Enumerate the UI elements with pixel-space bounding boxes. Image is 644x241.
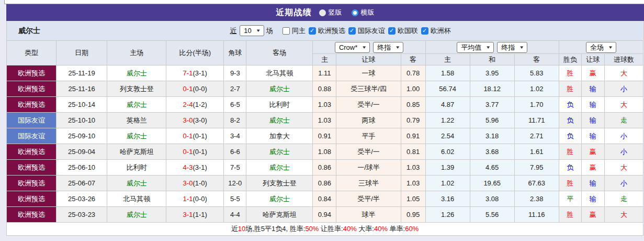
avg-away-cell: 5.83 [514, 65, 559, 81]
avg-draw-cell: 5.96 [470, 113, 514, 128]
corner-cell: 8-2 [224, 113, 246, 128]
home-odds-cell: 1.03 [313, 97, 336, 113]
comp-label-0: 欧洲预选 [318, 26, 345, 36]
home-odds-cell: 0.88 [313, 81, 336, 97]
away-odds-cell: 0.91 [401, 128, 425, 144]
away-team-cell: 哈萨克斯坦 [246, 207, 313, 223]
comp-label-2: 欧国联 [398, 26, 418, 36]
date-cell: 25-09-10 [57, 128, 107, 144]
score-cell: 7-1(3-1) [166, 65, 224, 81]
score-cell: 4-3(3-1) [166, 160, 224, 176]
checkbox-comp-2[interactable]: ✓ [388, 27, 396, 35]
summary-part: 40% [374, 225, 388, 233]
handicap-result-cell: 赢 [581, 160, 604, 176]
date-cell: 25-03-26 [57, 191, 107, 207]
match-row: 国际友谊 25-09-10 威尔士 0-1(0-1) 3-4 加拿大 0.91 … [7, 128, 643, 144]
avg-home-cell: 56.74 [425, 81, 470, 97]
type-badge: 欧洲预选 [7, 176, 57, 191]
type-badge: 欧洲预选 [7, 65, 57, 81]
avg-home-cell: 4.87 [425, 97, 470, 113]
summary-part: 单率: [388, 225, 405, 233]
avg-away-cell: 1.61 [514, 144, 559, 160]
scope-select[interactable]: 全场 ▼ [586, 42, 616, 53]
type-badge: 欧洲预选 [7, 160, 57, 176]
home-team-cell: 哈萨克斯坦 [107, 144, 166, 160]
chevron-down-icon: ▼ [256, 28, 261, 34]
match-row: 国际友谊 25-10-10 英格兰 3-0(3-0) 8-2 威尔士 1.03 … [7, 113, 643, 128]
home-team-cell: 威尔士 [107, 176, 166, 191]
layout-radio-group: 竖版 横版 [319, 8, 375, 17]
avg-draw-cell: 3.18 [470, 128, 514, 144]
date-cell: 25-06-10 [57, 160, 107, 176]
match-row: 欧洲预选 25-10-14 威尔士 2-4(1-2) 6-5 比利时 1.03 … [7, 97, 643, 113]
score-cell: 0-1(0-1) [166, 128, 224, 144]
goals-cell: 大 [604, 207, 643, 223]
handicap-cell: 一/球半 [336, 160, 401, 176]
chevron-down-icon: ▼ [519, 44, 524, 50]
checkbox-same-home[interactable] [283, 27, 290, 35]
summary-part: 10 [238, 225, 245, 233]
panel-header: 近期战绩 竖版 横版 [6, 4, 644, 21]
bookmaker-select[interactable]: Crow* ▼ [335, 42, 370, 53]
average-select[interactable]: 平均值 ▼ [457, 42, 494, 53]
checkbox-comp-1[interactable]: ✓ [348, 27, 356, 35]
match-row: 欧洲预选 25-06-07 威尔士 3-0(1-0) 12-0 列支敦士登 0.… [7, 176, 643, 191]
average-stage-select[interactable]: 终指 ▼ [497, 42, 527, 53]
result-cell: 负 [559, 128, 581, 144]
summary-part: 近 [231, 225, 238, 233]
corner-cell: 4-4 [224, 207, 246, 223]
col-header-corner: 角球 [224, 41, 246, 65]
home-team-cell: 北马其顿 [107, 191, 166, 207]
panel-title: 近期战绩 [276, 7, 312, 18]
home-odds-cell: 0.84 [313, 191, 336, 207]
radio-unchecked-icon [319, 9, 326, 16]
type-badge: 欧洲预选 [7, 144, 57, 160]
sub-header-handicap-result: 让球 [581, 54, 604, 65]
home-team-cell: 威尔士 [107, 65, 166, 81]
odds-stage-select[interactable]: 终指 ▼ [373, 42, 403, 53]
checkbox-comp-3[interactable]: ✓ [421, 27, 428, 35]
home-team-cell: 英格兰 [107, 113, 166, 128]
games-label: 场 [266, 26, 273, 36]
away-team-cell: 威尔士 [246, 191, 313, 207]
handicap-result-cell: 赢 [581, 65, 604, 81]
handicap-cell: 受半/一 [336, 144, 401, 160]
radio-horizontal-layout[interactable]: 横版 [352, 8, 375, 17]
type-badge: 国际友谊 [7, 113, 57, 128]
recent-link[interactable]: 近 [230, 26, 236, 36]
col-header-away: 客场 [246, 41, 313, 65]
radio-checked-icon [352, 9, 358, 16]
date-cell: 25-03-23 [57, 207, 107, 223]
avg-away-cell: 67.63 [514, 176, 559, 191]
avg-draw-cell: 3.68 [470, 144, 514, 160]
avg-away-cell: 7.95 [514, 160, 559, 176]
sub-header-avg-draw: 和 [470, 54, 514, 65]
handicap-cell: 平手 [336, 128, 401, 144]
avg-home-cell: 1.58 [425, 65, 470, 81]
away-team-cell: 比利时 [246, 97, 313, 113]
away-odds-cell: 0.79 [401, 113, 425, 128]
checkbox-comp-0[interactable]: ✓ [309, 27, 316, 35]
away-team-cell: 威尔士 [246, 81, 313, 97]
recent-count-select[interactable]: 10 ▼ [240, 25, 264, 36]
chevron-down-icon: ▼ [485, 44, 491, 50]
result-cell: 负 [559, 97, 581, 113]
away-team-cell: 威尔士 [246, 160, 313, 176]
corner-cell: 6-6 [224, 144, 246, 160]
handicap-result-cell: 输 [581, 128, 604, 144]
avg-draw-cell: 3.95 [470, 65, 514, 81]
radio-vertical-label: 竖版 [329, 8, 342, 17]
radio-horizontal-label: 横版 [361, 8, 375, 17]
avg-draw-cell: 19.65 [470, 176, 514, 191]
date-cell: 25-11-19 [57, 65, 107, 81]
away-odds-cell: 1.00 [401, 81, 425, 97]
results-table: 类型 日期 主场 比分(半场) 角球 客场 Crow* ▼ 终指 ▼ [6, 40, 643, 236]
home-team-cell: 威尔士 [107, 128, 166, 144]
handicap-cell: 受平/半 [336, 191, 401, 207]
goals-cell: 大 [604, 65, 643, 81]
match-row: 欧洲预选 25-06-10 比利时 4-3(3-1) 7-5 威尔士 0.86 … [7, 160, 643, 176]
chevron-down-icon: ▼ [608, 44, 613, 50]
radio-vertical-layout[interactable]: 竖版 [319, 8, 342, 17]
home-odds-cell: 1.08 [313, 144, 336, 160]
handicap-cell: 受三球半/四 [336, 81, 401, 97]
